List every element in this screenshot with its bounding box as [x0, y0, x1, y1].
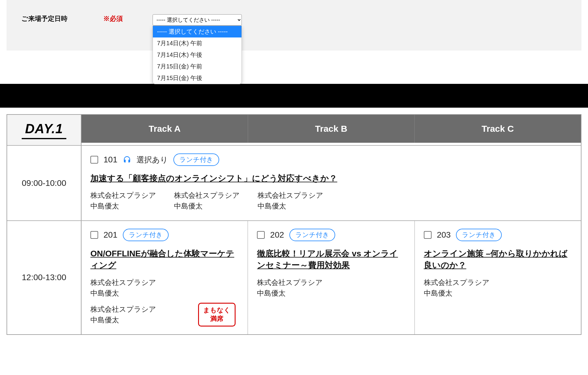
presenter: 株式会社スプラシア 中島優太: [257, 277, 323, 299]
presenter: 株式会社スプラシア 中島優太: [174, 190, 240, 211]
session-checkbox[interactable]: [90, 156, 98, 164]
time-cell: 09:00-10:00: [7, 146, 81, 220]
visit-date-option-2[interactable]: 7月14日(木) 午後: [153, 49, 242, 61]
session-title[interactable]: 徹底比較！リアル展示会 vs オンラインセミナー～費用対効果: [257, 248, 405, 271]
day-label: DAY.1: [25, 121, 63, 136]
day-underline: [22, 138, 66, 139]
track-header-a: Track A: [81, 115, 248, 143]
track-header-b: Track B: [248, 115, 415, 143]
soon-full-badge: まもなく 満席: [198, 303, 236, 326]
session-cell: 101 選択あり ランチ付き 加速する「顧客接点のオンラインシフト」にどう対応す…: [81, 146, 581, 220]
visit-date-option-4[interactable]: 7月15日(金) 午後: [153, 72, 242, 84]
schedule-row: 12:00-13:00 201 ランチ付き ON/OFFLINEが融合した体験マ…: [7, 220, 581, 334]
session-checkbox[interactable]: [257, 231, 265, 239]
required-label: ※必須: [103, 14, 123, 23]
lunch-pill: ランチ付き: [289, 229, 335, 241]
session-title[interactable]: ON/OFFLINEが融合した体験マーケティング: [90, 248, 239, 271]
visit-date-dropdown: ----- 選択してください ----- 7月14日(木) 午前 7月14日(木…: [153, 26, 242, 84]
visit-date-option-0[interactable]: ----- 選択してください -----: [153, 26, 242, 37]
day-header: DAY.1: [7, 115, 81, 145]
session-cell: 202 ランチ付き 徹底比較！リアル展示会 vs オンラインセミナー～費用対効果…: [248, 221, 415, 334]
session-cell: 201 ランチ付き ON/OFFLINEが融合した体験マーケティング 株式会社ス…: [81, 221, 248, 334]
session-id: 203: [437, 230, 451, 240]
session-id: 101: [104, 155, 117, 164]
session-id: 202: [270, 230, 284, 240]
schedule-table: DAY.1 Track A Track B Track C 09:00-10:0…: [7, 114, 581, 335]
lunch-pill: ランチ付き: [123, 229, 169, 241]
session-id: 201: [104, 230, 117, 240]
presenter: 株式会社スプラシア 中島優太: [424, 277, 490, 299]
visit-date-label: ご来場予定日時: [21, 14, 68, 23]
session-title[interactable]: 加速する「顧客接点のオンラインシフト」にどう対応すべきか？: [90, 172, 572, 184]
presenter: 株式会社スプラシア 中島優太: [258, 190, 323, 211]
visit-date-option-3[interactable]: 7月15日(金) 午前: [153, 61, 242, 72]
presenter: 株式会社スプラシア 中島優太: [90, 277, 239, 299]
lunch-pill: ランチ付き: [456, 229, 502, 241]
selection-available-label: 選択あり: [137, 155, 168, 165]
presenter: 株式会社スプラシア 中島優太: [90, 190, 156, 211]
session-checkbox[interactable]: [424, 231, 432, 239]
session-checkbox[interactable]: [90, 231, 98, 239]
time-cell: 12:00-13:00: [7, 221, 81, 334]
lunch-pill: ランチ付き: [173, 153, 219, 166]
session-title[interactable]: オンライン施策 –何から取りかかれば良いのか？: [424, 248, 572, 271]
visit-date-option-1[interactable]: 7月14日(木) 午前: [153, 37, 242, 49]
track-header-c: Track C: [415, 115, 581, 143]
visit-date-select[interactable]: ----- 選択してください -----: [153, 14, 242, 26]
schedule-row: 09:00-10:00 101 選択あり ランチ付き 加速する「顧客接点のオ: [7, 145, 581, 220]
session-cell: 203 ランチ付き オンライン施策 –何から取りかかれば良いのか？ 株式会社スプ…: [415, 221, 581, 334]
headphones-icon: [123, 156, 131, 164]
form-row-visit-date: ご来場予定日時 ※必須 ----- 選択してください ----- ----- 選…: [7, 0, 581, 51]
